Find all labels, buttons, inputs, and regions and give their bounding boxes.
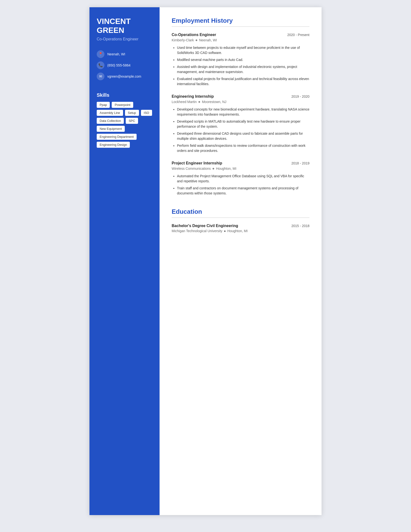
job-dates: 2018 - 2019 (291, 161, 309, 165)
edu-school: Michigan Technological University●Hought… (172, 229, 309, 233)
education-section-title: Education (172, 208, 309, 218)
skills-section: Skills PpapPowerpointAssembly LineSetupI… (97, 92, 152, 148)
job-bullet: Developed concepts for new biomedical ex… (177, 107, 309, 117)
skill-tag: Assembly Line (97, 110, 123, 116)
company-name: Lockheed Martin (172, 100, 197, 104)
skill-tag: Setup (125, 110, 139, 116)
job-bullet: Evaluated capital projects for financial… (177, 76, 309, 86)
skill-tag: Engineering Design (97, 142, 130, 148)
job-bullet: Developed three dimensional CAD designs … (177, 131, 309, 141)
skill-tag: Data Collection (97, 118, 124, 124)
skill-tag: Engineering Department (97, 134, 137, 140)
skill-tag: Powerpoint (112, 102, 133, 108)
job-bullet: Used time between projects to educate my… (177, 45, 309, 55)
location-icon: 📍 (97, 50, 104, 58)
edu-degree: Bachelor's Degree Civil Engineering (172, 224, 238, 228)
job-bullet: Modified several machine parts in Auto C… (177, 57, 309, 62)
company-name: Kimberly-Clark (172, 38, 194, 42)
edu-dates: 2015 - 2018 (291, 224, 309, 228)
job-company: Wireless Communications●Houghton, MI (172, 166, 309, 171)
skills-tags: PpapPowerpointAssembly LineSetupISOData … (97, 102, 152, 148)
job-bullet: Developed scripts in MATLAB to automatic… (177, 119, 309, 129)
skill-tag: New Equipment (97, 126, 125, 132)
job-bullet: Assisted with design and implementation … (177, 64, 309, 75)
candidate-title: Co-Operations Engineer (97, 37, 152, 42)
job-dates: 2019 - 2020 (291, 95, 309, 98)
job-bullet: Automated the Project Management Office … (177, 174, 309, 184)
separator: ● (195, 38, 198, 42)
sidebar: VINCENT GREEN Co-Operations Engineer 📍 N… (89, 7, 159, 515)
job-title: Engineering Internship (172, 94, 214, 99)
school-location: Houghton, MI (227, 229, 248, 233)
employment-section: Employment History Co-Operations Enginee… (172, 17, 309, 196)
job-title: Project Engineer Internship (172, 161, 222, 165)
employment-section-title: Employment History (172, 17, 309, 27)
job-bullet: Perform field walk downs/inspections to … (177, 143, 309, 153)
company-location: Moorestown, NJ (202, 100, 226, 104)
job-company: Lockheed Martin●Moorestown, NJ (172, 100, 309, 104)
main-content: Employment History Co-Operations Enginee… (159, 7, 322, 515)
job-bullet: Train staff and contractors on document … (177, 186, 309, 196)
job-company: Kimberly-Clark●Neenah, WI (172, 38, 309, 42)
skill-tag: SPC (126, 118, 138, 124)
skills-heading: Skills (97, 92, 152, 98)
job-title: Co-Operations Engineer (172, 33, 216, 37)
job-dates: 2020 - Present (287, 33, 309, 37)
job-block: Co-Operations Engineer2020 - PresentKimb… (172, 33, 309, 86)
contact-email: ✉ vgreen@example.com (97, 73, 152, 80)
separator: ● (224, 229, 226, 233)
separator: ● (212, 166, 215, 171)
contact-list: 📍 Neenah, WI 📞 (650) 555-5864 ✉ vgreen@e… (97, 50, 152, 80)
skill-tag: ISO (141, 110, 152, 116)
candidate-name: VINCENT GREEN (97, 17, 152, 35)
email-icon: ✉ (97, 73, 104, 80)
contact-location: 📍 Neenah, WI (97, 50, 152, 58)
contact-phone: 📞 (650) 555-5864 (97, 61, 152, 69)
school-name: Michigan Technological University (172, 229, 223, 233)
education-section: Education Bachelor's Degree Civil Engine… (172, 208, 309, 233)
phone-icon: 📞 (97, 61, 104, 69)
company-location: Houghton, MI (216, 167, 236, 171)
job-block: Engineering Internship2019 - 2020Lockhee… (172, 94, 309, 153)
company-location: Neenah, WI (199, 38, 217, 42)
skill-tag: Ppap (97, 102, 110, 108)
job-block: Project Engineer Internship2018 - 2019Wi… (172, 161, 309, 196)
resume-wrapper: VINCENT GREEN Co-Operations Engineer 📍 N… (89, 7, 322, 515)
company-name: Wireless Communications (172, 167, 211, 171)
edu-block: Bachelor's Degree Civil Engineering2015 … (172, 224, 309, 233)
separator: ● (198, 100, 201, 104)
